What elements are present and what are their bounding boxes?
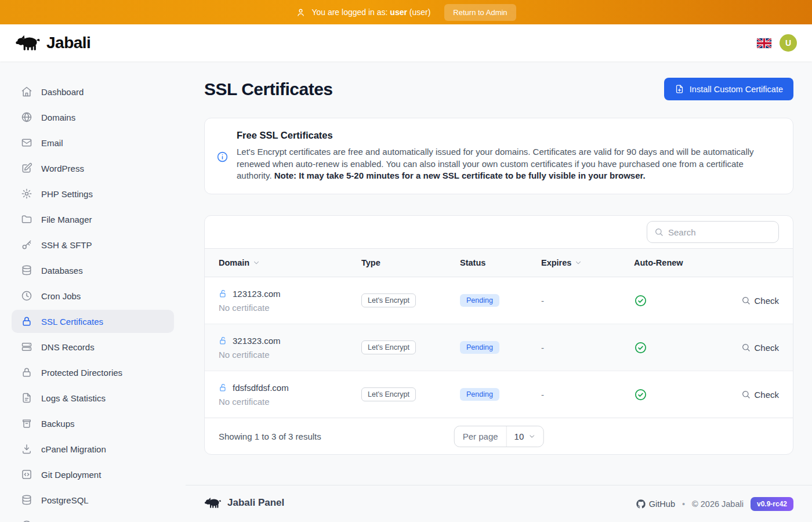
domain-cell: 123123.comNo certificate xyxy=(219,289,361,313)
sidebar-item-email[interactable]: Email xyxy=(12,131,174,154)
check-certificate-button[interactable]: Check xyxy=(723,343,779,353)
sidebar-item-cpanel-migration[interactable]: cPanel Migration xyxy=(12,437,174,461)
results-summary: Showing 1 to 3 of 3 results xyxy=(219,432,321,441)
info-icon xyxy=(216,130,229,182)
expires-value: - xyxy=(541,390,634,400)
main-content: SSL Certificates Install Custom Certific… xyxy=(186,61,812,522)
sidebar-item-ssl-certificates[interactable]: SSL Certificates xyxy=(12,310,174,333)
per-page-select[interactable]: 10 xyxy=(507,426,543,447)
domain-cell: fdsfsdfdsf.comNo certificate xyxy=(219,383,361,407)
search-input[interactable] xyxy=(668,227,771,237)
ssl-certificates-table-card: Domain Type Status Expires Auto-Renew xyxy=(204,215,793,455)
domain-name: fdsfsdfdsf.com xyxy=(233,383,289,393)
free-ssl-info-card: Free SSL Certificates Let's Encrypt cert… xyxy=(204,118,793,194)
search-icon xyxy=(741,343,751,352)
database-icon xyxy=(21,494,32,506)
sidebar-item-wordpress[interactable]: WordPress xyxy=(12,157,174,180)
table-row: fdsfsdfdsf.comNo certificateLet's Encryp… xyxy=(205,371,793,418)
check-circle-icon xyxy=(634,294,647,307)
sidebar-item-cron-jobs[interactable]: Cron Jobs xyxy=(12,284,174,307)
info-card-title: Free SSL Certificates xyxy=(237,130,777,141)
page-footer: Jabali Panel GitHub • © 2026 Jabali v0.9… xyxy=(186,485,812,511)
edit-icon xyxy=(21,162,32,174)
table-body: 123123.comNo certificateLet's EncryptPen… xyxy=(205,277,793,418)
unlock-icon xyxy=(219,336,229,346)
file-text-icon xyxy=(21,392,32,404)
footer-separator: • xyxy=(682,499,685,509)
column-header-status: Status xyxy=(460,258,541,267)
impersonation-bar: You are logged in as: user (user) Return… xyxy=(0,0,812,24)
chevron-down-icon xyxy=(574,259,582,267)
table-header-row: Domain Type Status Expires Auto-Renew xyxy=(205,248,793,277)
github-icon xyxy=(636,499,646,509)
domain-name: 123123.com xyxy=(233,289,281,299)
check-certificate-button[interactable]: Check xyxy=(723,390,779,400)
auto-renew-toggle[interactable] xyxy=(634,388,723,401)
impersonation-role: (user) xyxy=(409,8,431,17)
column-header-type: Type xyxy=(361,258,460,267)
unlock-icon xyxy=(219,383,229,393)
unlock-icon xyxy=(219,289,229,299)
database-icon xyxy=(21,264,32,276)
sidebar-item-git-deployment[interactable]: Git Deployment xyxy=(12,463,174,486)
check-circle-icon xyxy=(634,341,647,354)
sidebar-item-postgresql[interactable]: PostgreSQL xyxy=(12,488,174,512)
archive-icon xyxy=(21,418,32,429)
sidebar-item-php-settings[interactable]: PHP Settings xyxy=(12,182,174,205)
certificate-status-subtitle: No certificate xyxy=(219,350,361,360)
column-header-domain[interactable]: Domain xyxy=(219,258,361,267)
info-card-note: Note: It may take 5-20 minutes for a new… xyxy=(274,171,646,180)
lock-icon xyxy=(21,316,32,327)
table-footer: Showing 1 to 3 of 3 results Per page 10 xyxy=(205,418,793,454)
clock-icon xyxy=(21,290,32,302)
impersonation-prefix: You are logged in as: xyxy=(311,8,387,17)
table-search xyxy=(647,221,779,243)
sidebar-item-dns-records[interactable]: DNS Records xyxy=(12,335,174,358)
auto-renew-toggle[interactable] xyxy=(634,294,723,307)
sidebar-item-protected-directories[interactable]: Protected Directories xyxy=(12,361,174,384)
app-header: Jabali U xyxy=(0,24,812,61)
column-header-expires[interactable]: Expires xyxy=(541,258,634,267)
impersonation-username: user xyxy=(390,8,407,17)
sidebar-nav: DashboardDomainsEmailWordPressPHP Settin… xyxy=(0,61,186,522)
per-page-control: Per page 10 xyxy=(454,426,544,447)
home-icon xyxy=(21,86,32,97)
type-badge: Let's Encrypt xyxy=(361,293,416,307)
type-badge: Let's Encrypt xyxy=(361,387,416,401)
return-to-admin-button[interactable]: Return to Admin xyxy=(444,4,516,21)
domain-cell: 321323.comNo certificate xyxy=(219,336,361,360)
github-link[interactable]: GitHub xyxy=(636,499,675,509)
file-plus-icon xyxy=(675,84,684,94)
globe-icon xyxy=(21,111,32,123)
certificate-status-subtitle: No certificate xyxy=(219,303,361,313)
check-circle-icon xyxy=(634,388,647,401)
sidebar-item-file-manager[interactable]: File Manager xyxy=(12,208,174,231)
user-avatar[interactable]: U xyxy=(780,34,797,52)
download-icon xyxy=(21,443,32,455)
boar-logo-icon xyxy=(204,497,222,509)
certificate-status-subtitle: No certificate xyxy=(219,397,361,407)
footer-copyright: © 2026 Jabali xyxy=(692,499,744,509)
search-icon xyxy=(741,296,751,305)
sidebar-item-clipped-item[interactable] xyxy=(12,514,174,522)
brand-logo[interactable]: Jabali xyxy=(15,34,90,52)
server-icon xyxy=(21,341,32,353)
language-flag-uk-icon[interactable] xyxy=(757,38,771,48)
sidebar-item-ssh-sftp[interactable]: SSH & SFTP xyxy=(12,233,174,256)
page-title: SSL Certificates xyxy=(204,79,333,99)
brand-name: Jabali xyxy=(46,34,90,52)
version-badge: v0.9-rc42 xyxy=(751,497,793,511)
code-icon xyxy=(21,469,32,480)
sidebar-item-domains[interactable]: Domains xyxy=(12,106,174,129)
mail-icon xyxy=(21,137,32,148)
sidebar-item-logs-statistics[interactable]: Logs & Statistics xyxy=(12,386,174,409)
sidebar-item-dashboard[interactable]: Dashboard xyxy=(12,80,174,103)
auto-renew-toggle[interactable] xyxy=(634,341,723,354)
install-custom-certificate-button[interactable]: Install Custom Certificate xyxy=(664,78,793,100)
footer-brand: Jabali Panel xyxy=(227,497,284,509)
check-certificate-button[interactable]: Check xyxy=(723,296,779,306)
info-card-body: Let's Encrypt certificates are free and … xyxy=(237,146,777,182)
sidebar-item-databases[interactable]: Databases xyxy=(12,259,174,282)
sidebar-item-backups[interactable]: Backups xyxy=(12,412,174,435)
lock-icon xyxy=(21,367,32,378)
